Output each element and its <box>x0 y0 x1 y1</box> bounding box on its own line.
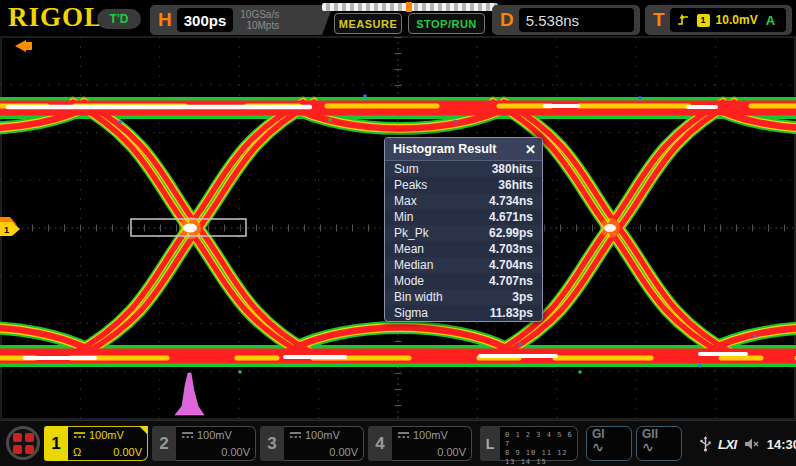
trigger-sweep-mode: A <box>766 13 775 28</box>
channel1-scale: 100mV <box>89 429 124 441</box>
channel2-tile[interactable]: 2 100mV 0.00V <box>152 426 256 461</box>
menu-button[interactable] <box>6 426 40 460</box>
horizontal-position-bar[interactable] <box>322 3 498 11</box>
close-icon[interactable]: ✕ <box>525 142 536 157</box>
delay-label: D <box>500 9 514 31</box>
stat-row: Sigma11.83ps <box>385 305 542 321</box>
channel4-scale: 100mV <box>413 429 448 441</box>
channel1-tile[interactable]: 1 100mV Ω 0.00V <box>44 426 148 461</box>
logic-label: L <box>480 426 500 461</box>
stat-row: Sum380hits <box>385 161 542 177</box>
delay-panel[interactable]: D 5.538ns <box>492 5 640 35</box>
gen2-tile[interactable]: GII ∿ <box>636 426 682 461</box>
trigger-label: T <box>653 9 665 31</box>
menu-grid-icon <box>13 433 34 454</box>
channel3-number: 3 <box>260 426 284 461</box>
stat-row: Mean4.703ns <box>385 241 542 257</box>
channel3-tile[interactable]: 3 100mV 0.00V <box>260 426 364 461</box>
channel3-scale: 100mV <box>305 429 340 441</box>
channel3-offset: 0.00V <box>329 446 358 458</box>
trigger-panel[interactable]: T 1 10.0mV A <box>645 5 792 35</box>
channel1-marker-label: 1 <box>4 225 9 235</box>
popup-rows: Sum380hits Peaks36hits Max4.734ns Min4.6… <box>385 161 542 321</box>
measure-button[interactable]: MEASURE <box>334 13 402 34</box>
sine-wave-icon: ∿ <box>592 441 626 454</box>
oscilloscope-screen: RIGOL T'D H 300ps 10GSa/s 10Mpts MEASURE… <box>0 0 796 466</box>
stat-row: Peaks36hits <box>385 177 542 193</box>
sample-rate: 10GSa/s <box>240 9 279 20</box>
trigger-source-badge: 1 <box>697 14 710 27</box>
edge-trigger-icon <box>677 13 691 27</box>
top-status-bar: RIGOL T'D H 300ps 10GSa/s 10Mpts MEASURE… <box>0 0 796 36</box>
status-icon-group: LXI 14:30 <box>700 429 796 459</box>
timebase-value: 300ps <box>184 12 227 29</box>
logic-row1: 0 1 2 3 4 5 6 7 <box>505 431 573 448</box>
stat-row: Bin width3ps <box>385 289 542 305</box>
dc-coupling-icon <box>397 431 410 439</box>
stop-run-button[interactable]: STOP/RUN <box>408 13 485 34</box>
popup-title: Histogram Result <box>393 142 525 156</box>
channel1-number: 1 <box>44 426 68 461</box>
channel4-offset: 0.00V <box>437 446 466 458</box>
lxi-logo: LXI <box>718 437 737 452</box>
usb-icon <box>700 436 711 452</box>
histogram-result-popup[interactable]: Histogram Result ✕ Sum380hits Peaks36hit… <box>384 137 543 322</box>
trigger-position-marker <box>406 2 412 12</box>
impedance-icon: Ω <box>73 446 81 458</box>
trigger-level-value: 10.0mV <box>716 13 758 27</box>
trigger-position-arrow <box>15 40 32 52</box>
rigol-logo: RIGOL <box>8 2 103 33</box>
logic-channels-tile[interactable]: L 0 1 2 3 4 5 6 7 8 9 10 11 12 13 14 15 <box>480 426 578 461</box>
channel2-offset: 0.00V <box>221 446 250 458</box>
channel1-level-marker[interactable]: 1 <box>0 217 20 236</box>
trigger-status-badge: T'D <box>97 9 141 29</box>
horizontal-label: H <box>158 9 172 31</box>
popup-title-bar[interactable]: Histogram Result ✕ <box>385 138 542 161</box>
channel4-number: 4 <box>368 426 392 461</box>
delay-value: 5.538ns <box>526 12 579 29</box>
stat-row: Median4.704ns <box>385 257 542 273</box>
clock-time: 14:30 <box>767 437 796 452</box>
gen1-tile[interactable]: GI ∿ <box>586 426 632 461</box>
bottom-status-bar: 1 100mV Ω 0.00V 2 <box>0 420 796 466</box>
memory-depth: 10Mpts <box>246 20 279 31</box>
dc-coupling-icon <box>289 431 302 439</box>
corner-fold-icon <box>139 426 148 435</box>
stat-row: Max4.734ns <box>385 193 542 209</box>
channel4-tile[interactable]: 4 100mV 0.00V <box>368 426 472 461</box>
histogram-peak <box>175 373 204 415</box>
stat-row: Mode4.707ns <box>385 273 542 289</box>
dc-coupling-icon <box>181 431 194 439</box>
channel2-scale: 100mV <box>197 429 232 441</box>
logic-row2: 8 9 10 11 12 13 14 15 <box>505 449 568 466</box>
acquisition-info: 10GSa/s 10Mpts <box>240 9 279 31</box>
horizontal-settings-panel[interactable]: H 300ps 10GSa/s 10Mpts <box>150 5 333 35</box>
speaker-muted-icon[interactable] <box>744 437 760 451</box>
sine-wave-icon: ∿ <box>642 441 676 454</box>
channel1-offset: 0.00V <box>113 446 142 458</box>
dc-coupling-icon <box>73 431 86 439</box>
channel2-number: 2 <box>152 426 176 461</box>
stat-row: Pk_Pk62.99ps <box>385 225 542 241</box>
stat-row: Min4.671ns <box>385 209 542 225</box>
